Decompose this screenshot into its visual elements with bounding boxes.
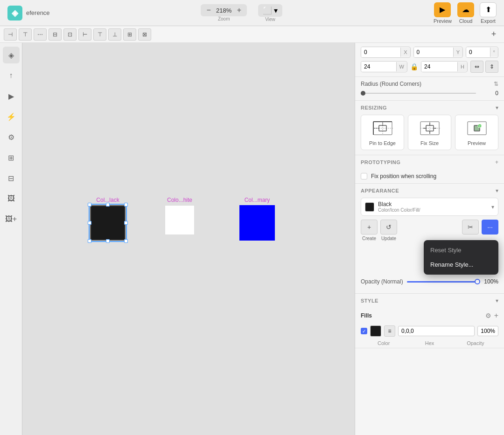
fix-size-icon (417, 119, 443, 138)
style-chevron-icon: ▾ (491, 204, 494, 210)
view-section: ⬜ ▾ View (258, 4, 282, 22)
preview-button[interactable]: ▶ Preview (434, 2, 452, 24)
align-more-button[interactable]: ⋯ (34, 28, 47, 41)
more-style-icon: ··· (482, 220, 498, 235)
rename-style-item[interactable]: Rename Style... (424, 257, 498, 272)
fill-color-swatch[interactable] (370, 325, 381, 337)
fill-options-icon[interactable]: ≡ (384, 325, 395, 337)
preview-label: Preview (434, 18, 452, 24)
sidebar-play-icon[interactable]: ▶ (3, 88, 20, 104)
reset-style-item[interactable]: Reset Style (424, 243, 498, 257)
opacity-slider[interactable] (407, 281, 481, 283)
app-logo[interactable]: ◈ (7, 6, 22, 21)
appearance-header[interactable]: APPEARANCE ▾ (355, 184, 504, 198)
view-icon: ⬜ (263, 6, 272, 15)
create-style-button[interactable]: + Create (361, 220, 378, 241)
fill-enabled-checkbox[interactable]: ✓ (361, 328, 367, 334)
appearance-content: Black Color/Icon Color/Fill/ ▾ + Create … (355, 198, 504, 293)
lock-icon[interactable]: 🔒 (410, 63, 418, 70)
sidebar-lightning-icon[interactable]: ⚡ (3, 108, 20, 125)
cloud-button[interactable]: ☁ Cloud (457, 2, 474, 24)
zoom-out-button[interactable]: − (204, 6, 212, 14)
export-button[interactable]: ⬆ Export (480, 2, 497, 24)
resizing-cards: Pin to Edge (361, 115, 498, 150)
canvas-area[interactable]: Col...lack Colo...hite (22, 43, 355, 435)
distribute-h-button[interactable]: ⊟ (49, 28, 62, 41)
fill-hex-input[interactable] (398, 326, 475, 336)
zoom-control[interactable]: − 218% + (201, 4, 247, 16)
fill-opacity-footer-label: Opacity (453, 340, 498, 346)
align-mid-button[interactable]: ⊞ (123, 28, 136, 41)
more-style-button[interactable]: ··· (482, 220, 498, 241)
detach-style-button[interactable]: ✂ (462, 220, 479, 241)
prototyping-section: PROTOTYPING + Fix position when scrollin… (355, 155, 504, 184)
fix-position-row: Fix position when scrolling (355, 169, 504, 183)
fill-row: ✓ ≡ (355, 324, 504, 338)
zoom-label: Zoom (218, 16, 230, 21)
sidebar-addimage-icon[interactable]: 🖼+ (3, 211, 20, 228)
align-left-button[interactable]: ⊣ (4, 28, 17, 41)
sidebar-layers-icon[interactable]: ◈ (3, 47, 20, 63)
align-spread-button[interactable]: ⊠ (138, 28, 151, 41)
style-header[interactable]: STYLE ▾ (355, 294, 504, 308)
sidebar-image-icon[interactable]: 🖼 (3, 190, 20, 207)
fix-size-card[interactable]: Fix Size (408, 115, 451, 150)
pin-to-edge-card[interactable]: Pin to Edge (361, 115, 404, 150)
h-input[interactable] (421, 62, 457, 72)
fill-opacity-input[interactable] (477, 326, 498, 336)
prototyping-header[interactable]: PROTOTYPING + (355, 155, 504, 169)
breadcrumb: eference (26, 9, 50, 16)
h-label: H (457, 62, 467, 71)
sidebar-settings-icon[interactable]: ⚙ (3, 129, 20, 145)
w-input[interactable] (361, 62, 396, 72)
element-label-black: Col...lack (90, 197, 126, 203)
flip-v-button[interactable]: ⇕ (485, 61, 498, 73)
y-input[interactable] (414, 47, 453, 57)
export-label: Export (481, 18, 496, 24)
prototyping-plus-icon: + (495, 159, 498, 166)
preview-resize-card[interactable]: Preview (455, 115, 498, 150)
appearance-style-row[interactable]: Black Color/Icon Color/Fill/ ▾ (361, 198, 498, 216)
x-input[interactable] (361, 47, 400, 57)
fill-hex-footer-label: Hex (406, 340, 452, 346)
preview-resize-label: Preview (468, 140, 486, 146)
resizing-header[interactable]: RESIZING ▾ (355, 101, 504, 115)
align-top-button[interactable]: ⊤ (93, 28, 106, 41)
fills-plus-icon[interactable]: + (494, 311, 498, 320)
fix-position-checkbox[interactable] (361, 173, 367, 180)
appearance-chevron-icon: ▾ (496, 187, 498, 194)
flip-h-button[interactable]: ⇔ (470, 61, 483, 73)
x-field: X (361, 47, 411, 58)
blue-shape[interactable] (239, 205, 275, 241)
distribute-v-button[interactable]: ⊡ (63, 28, 77, 41)
top-toolbar: ◈ eference − 218% + Zoom ⬜ ▾ View ▶ Prev… (0, 0, 504, 26)
resizing-content: Pin to Edge (355, 115, 504, 155)
zoom-section: − 218% + Zoom (201, 4, 247, 21)
white-shape[interactable] (165, 205, 195, 235)
black-shape[interactable] (90, 205, 126, 241)
element-label-white: Colo...hite (165, 197, 195, 203)
canvas-element-blue[interactable]: Col...mary (239, 197, 275, 241)
style-actions: + Create ↺ Update ✂ ··· (361, 220, 498, 241)
fills-gear-icon[interactable]: ⚙ (485, 312, 491, 319)
view-control[interactable]: ⬜ ▾ (258, 4, 282, 17)
zoom-in-button[interactable]: + (235, 6, 243, 14)
radius-slider[interactable] (361, 93, 476, 94)
sidebar-grid-icon[interactable]: ⊞ (3, 149, 20, 166)
create-style-icon: + (361, 220, 378, 235)
align-bottom-button[interactable]: ⊥ (108, 28, 121, 41)
sidebar-upload-icon[interactable]: ↑ (3, 67, 20, 84)
flip-buttons: ⇔ ⇕ (470, 61, 498, 73)
view-chevron-icon: ▾ (274, 6, 278, 15)
update-style-button[interactable]: ↺ Update (380, 220, 397, 241)
radius-arrows[interactable]: ⇅ (494, 81, 498, 87)
toolbar-left: ◈ eference (7, 6, 50, 21)
canvas-element-black[interactable]: Col...lack (90, 197, 126, 242)
canvas-element-white[interactable]: Colo...hite (165, 197, 195, 235)
resizing-chevron-icon: ▾ (496, 104, 498, 111)
align-right-button[interactable]: ⊢ (78, 28, 91, 41)
angle-input[interactable] (466, 47, 490, 57)
sidebar-crop-icon[interactable]: ⊟ (3, 170, 20, 186)
align-center-h-button[interactable]: ⊤ (19, 28, 32, 41)
add-button[interactable]: + (487, 28, 500, 41)
